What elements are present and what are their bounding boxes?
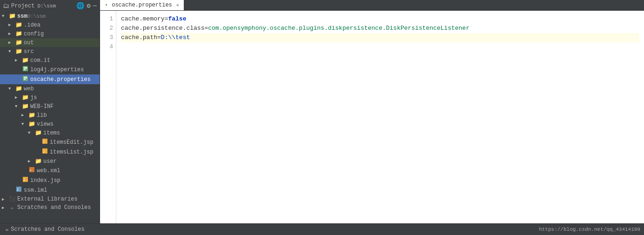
tree-item-icon: 📁 [15,48,22,55]
tree-item-icon: 📁 [8,13,16,20]
code-line: cache.path=D:\\test [121,33,639,42]
tree-item-icon: J [21,176,29,184]
editor-tabs: ▪ oscache.properties ✕ [100,0,644,11]
scratches-icon: ✏ [6,226,9,233]
tree-arrow: ▼ [21,122,28,127]
tree-item-src[interactable]: ▼📁src [0,47,100,56]
tree-item-icon: 📁 [21,103,29,110]
tab-file-icon: ▪ [105,2,108,8]
tree-item-js[interactable]: ▶📁js [0,93,100,102]
tree-item-out[interactable]: ▶📁out [0,38,100,47]
tree-item-label: com.it [30,57,50,64]
tree-item-log4j[interactable]: log4j.properties [0,65,100,74]
tree-item-label: ssm [17,13,27,20]
tree-item-label: oscache.properties [30,76,91,83]
tree-item-icon: 📁 [15,21,22,28]
minimize-icon[interactable]: — [93,2,97,10]
tree-item-icon: J [41,138,48,146]
svg-rect-5 [24,77,27,78]
tree-arrow: ▶ [8,40,15,45]
tree-item-ssm-iml[interactable]: Issm.iml [0,185,100,195]
tree-item-icon: 📁 [15,39,22,46]
code-editor[interactable]: cache.memory=falsecache.persistence.clas… [116,11,644,223]
tree-arrow: ▶ [15,95,21,100]
tree-item-icon: 📁 [34,158,42,165]
tree-item-label: Scratches and Consoles [17,204,91,211]
main-layout: 🗂 Project D:\ssm 🌐 ⚙ — ▼📁ssm D:\ssm▶📁.id… [0,0,644,223]
scratches-item[interactable]: ✏ Scratches and Consoles [4,226,87,233]
tree-arrow: ▼ [28,131,34,135]
tree-arrow: ▶ [2,205,8,210]
project-icon: 🗂 [3,2,9,10]
editor-content: 1234 cache.memory=falsecache.persistence… [100,11,644,223]
settings-icon[interactable]: ⚙ [87,2,90,10]
tree-item-icon [21,66,29,74]
tree-item-label: lib [37,112,47,119]
globe-icon[interactable]: 🌐 [76,2,84,10]
bottom-bar: ✏ Scratches and Consoles https://blog.cs… [0,223,644,235]
editor-area: ▪ oscache.properties ✕ 1234 cache.memory… [100,0,644,223]
tree-item-config[interactable]: ▶📁config [0,29,100,38]
tree-item-user[interactable]: ▶📁user [0,157,100,166]
svg-text:J: J [23,178,25,182]
tree-item-idea[interactable]: ▶📁.idea [0,20,100,29]
tree-item-label: web.xml [37,168,60,174]
tree-item-index-jsp[interactable]: Jindex.jsp [0,175,100,185]
tree-item-scratches[interactable]: ▶✏Scratches and Consoles [0,203,100,212]
line-numbers: 1234 [100,11,116,223]
tree-arrow: ▶ [15,58,21,63]
tree-arrow: ▶ [28,159,34,164]
tree-item-icon: ⬛ [8,196,16,202]
tree-item-icon: ✏ [8,205,16,211]
tree-item-web-xml[interactable]: Xweb.xml [0,166,100,175]
svg-text:I: I [17,188,19,192]
code-line: cache.persistence.class=com.opensymphony… [121,24,639,33]
sidebar-header: 🗂 Project D:\ssm 🌐 ⚙ — [0,0,100,12]
tree-item-label: views [37,121,54,128]
tree-item-itemsList[interactable]: JitemsList.jsp [0,147,100,157]
tree-arrow: ▼ [8,87,15,91]
tree-item-label: web [24,86,34,92]
tree-item-ext-libs[interactable]: ▶⬛External Libraries [0,195,100,203]
tree-item-com-it[interactable]: ▶📁com.it [0,56,100,65]
svg-text:X: X [29,168,31,172]
tree-item-itemsEdit[interactable]: JitemsEdit.jsp [0,137,100,147]
tree-item-web-inf[interactable]: ▼📁WEB-INF [0,102,100,111]
tree-item-label: WEB-INF [30,103,54,110]
tree-item-icon: 📁 [21,94,29,101]
line-number: 4 [105,42,113,52]
tree-item-icon: 📁 [15,30,22,37]
project-path: D:\ssm [37,3,56,9]
tree-item-label: itemsList.jsp [50,149,94,155]
tree-item-icon: 📁 [15,85,22,92]
tree-arrow: ▶ [21,113,28,118]
file-tree: ▼📁ssm D:\ssm▶📁.idea▶📁config▶📁out▼📁src▶📁c… [0,12,100,212]
tree-item-views[interactable]: ▼📁views [0,120,100,128]
tree-item-icon [21,75,29,83]
tab-close-button[interactable]: ✕ [176,2,179,8]
watermark: https://blog.csdn.net/qq_43414199 [539,227,640,232]
tree-arrow: ▶ [8,31,15,36]
svg-rect-1 [24,67,27,68]
tree-item-lib[interactable]: ▶📁lib [0,111,100,120]
tree-item-icon: I [15,186,22,194]
tree-arrow: ▼ [15,104,21,109]
svg-text:J: J [43,150,45,154]
svg-text:J: J [43,140,45,144]
tree-item-web[interactable]: ▼📁web [0,84,100,93]
tree-item-label: ssm.iml [24,187,47,194]
tree-item-label: items [43,130,60,136]
tree-item-oscache[interactable]: oscache.properties [0,74,100,84]
code-line: cache.memory=false [121,14,639,24]
tab-label: oscache.properties [112,2,172,8]
svg-rect-2 [24,68,27,69]
tree-item-icon: 📁 [28,121,35,128]
tree-item-label: config [24,31,44,37]
tree-arrow: ▶ [2,197,8,202]
tree-item-items[interactable]: ▼📁items [0,128,100,137]
sidebar-title: Project [11,3,34,9]
tree-item-label: js [30,94,37,101]
tree-item-ssm[interactable]: ▼📁ssm D:\ssm [0,12,100,20]
tab-oscache-properties[interactable]: ▪ oscache.properties ✕ [100,0,184,10]
tree-item-icon: J [41,148,48,156]
